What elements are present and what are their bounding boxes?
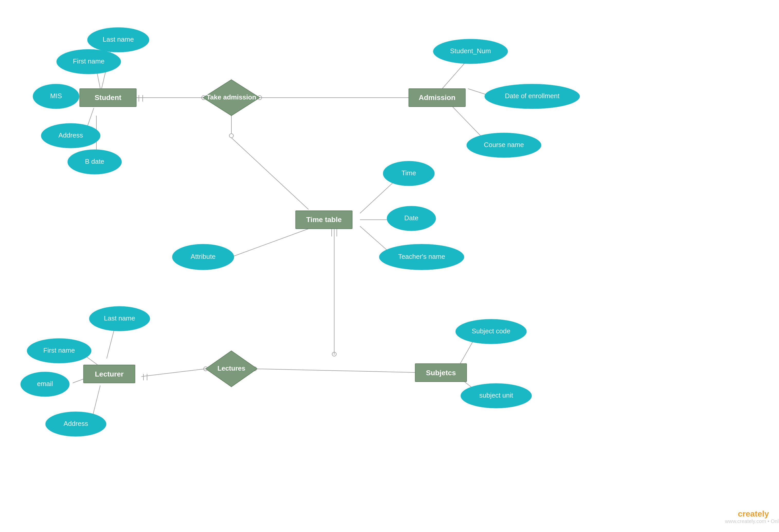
connector-address-lecturer [93,386,100,416]
attr-attribute-label: Attribute [191,253,216,260]
connector-lecturer-lectures [141,369,206,377]
entity-admission-label: Admission [419,93,455,102]
svg-point-5 [229,134,233,138]
attr-mis-label: MIS [50,92,62,100]
entity-timetable-label: Time table [306,216,342,223]
attr-firstname-lecturer-label: First name [44,346,75,354]
attr-date-label: Date [404,214,419,222]
entity-lecturer-label: Lecturer [95,370,124,378]
attr-teachersname-label: Teacher's name [398,253,445,260]
connector-v-timetable [231,138,308,209]
connector-tt-time [360,180,396,213]
attr-address-student-label: Address [58,131,83,139]
connector-lectures-subjetcs [254,369,424,373]
attr-subjectunit-label: subject unit [479,391,513,399]
entity-subjetcs-label: Subjetcs [426,369,456,377]
attr-firstname-student-label: First name [73,57,105,65]
watermark-brand: creately [738,509,769,518]
attr-bdate-label: B date [85,157,104,165]
attr-lastname-student-label: Last name [103,36,134,43]
attr-coursename-label: Course name [484,141,524,148]
relationship-lectures-label: Lectures [218,364,245,372]
relationship-takeadmission-label: Take admission [206,93,256,101]
connector-tt-attribute [231,229,308,257]
er-diagram: Student Admission Time table Lecturer Su… [0,0,779,532]
attr-address-lecturer-label: Address [63,420,88,427]
watermark-url: www.creately.com • Online Diagramming [725,518,779,524]
attr-email-label: email [37,380,53,388]
attr-studentnum-label: Student_Num [450,47,491,55]
attr-dateenrollment-label: Date of enrollment [505,92,560,100]
attr-subjectcode-label: Subject code [472,327,510,335]
attr-lastname-lecturer-label: Last name [104,314,135,322]
entity-student-label: Student [95,93,121,102]
attr-time-label: Time [402,169,416,177]
